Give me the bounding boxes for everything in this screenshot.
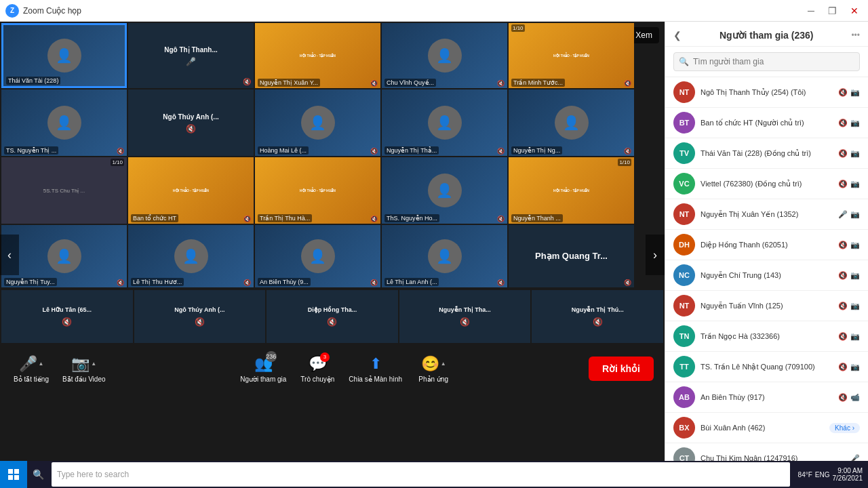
video-button[interactable]: 📷 ▲ Bắt đầu Video — [62, 355, 106, 383]
video-cell-nguyen-thi-ng: 👤 Nguyễn Thị Ng... 🔇 — [509, 89, 634, 156]
video-area: ⊞ Xem ‹ 👤 Thái Văn Tài (228) Ngô Thị Tha… — [0, 22, 665, 488]
avatar-chu-vinh: 👤 — [428, 39, 462, 73]
video-cell-ths-nguyen-ho: 👤 ThS. Nguyễn Ho... 🔇 — [382, 157, 507, 224]
participant-name: Nguyễn Thị Xuân Yến (1352) — [701, 210, 833, 219]
clock: 9:00 AM 7/26/2021 — [833, 467, 863, 482]
list-item[interactable]: TT TS. Trần Lê Nhật Quang (709100) 🔇 📷 — [665, 352, 868, 382]
cell-label-5s-ts: 5S.TS Chu Thị ... — [41, 188, 87, 194]
avatar-an-bien-thuy: 👤 — [301, 239, 335, 273]
svg-rect-2 — [8, 475, 13, 480]
participant-name: Diệp Hồng Thanh (62051) — [701, 241, 833, 249]
avatar-le-thu-huo: 👤 — [174, 239, 208, 273]
cell-name-nguyen-thi-ng: Nguyễn Thị Ng... — [511, 146, 562, 155]
mute-caret: ▲ — [39, 361, 44, 367]
pres-title-ban: HỘI THẢO - TẬP HUẤN — [173, 188, 209, 192]
participant-name: Nguyễn Chí Trung (143) — [701, 271, 833, 280]
participant-name: TS. Trần Lê Nhật Quang (709100) — [701, 363, 833, 371]
mute-chu-vinh: 🔇 — [497, 80, 505, 87]
chat-button[interactable]: 💬 3 Trò chuyện — [297, 355, 338, 383]
video-icon-wrap: 📷 ▲ — [71, 355, 96, 373]
cell-name-pham-quang: Phạm Quang Tr... — [532, 251, 610, 262]
list-item[interactable]: NC Nguyễn Chí Trung (143) 🔇 📷 — [665, 260, 868, 291]
video-row-2: 👤 TS. Nguyễn Thị ... 🔇 Ngô Thúy Anh (...… — [0, 89, 665, 156]
list-item[interactable]: TV Thái Văn Tài (228) (Đồng chủ trì) 🔇 📷 — [665, 138, 868, 169]
participants-panel: ❮ Người tham gia (236) ••• 🔍 NT Ngô Thị … — [665, 22, 868, 488]
mute-ban: 🔇 — [243, 216, 251, 222]
time-display: 9:00 AM — [837, 467, 863, 474]
list-item[interactable]: NT Nguyễn Thị Xuân Yến (1352) 🎤 📷 — [665, 199, 868, 230]
panel-options[interactable]: ••• — [851, 30, 860, 40]
participant-icons: 🔇 📷 — [838, 241, 860, 249]
nav-next-button[interactable]: › — [646, 235, 665, 275]
nav-prev-button[interactable]: ‹ — [0, 235, 19, 275]
list-item[interactable]: DH Diệp Hồng Thanh (62051) 🔇 📷 — [665, 230, 868, 260]
title-bar-controls[interactable]: ─ ❐ ✕ — [804, 4, 863, 18]
list-item[interactable]: BT Ban tổ chức HT (Người chủ trì) 🔇 📷 — [665, 108, 868, 138]
list-item[interactable]: NT Nguyễn Tuấn Vĩnh (125) 🔇 📷 — [665, 291, 868, 321]
share-button[interactable]: ⬆ Chia sẻ Màn hình — [349, 355, 402, 383]
avatar: NT — [673, 203, 695, 225]
search-button-taskbar[interactable]: 🔍 — [27, 461, 49, 488]
start-button[interactable] — [0, 461, 27, 488]
list-item[interactable]: AB An Biên Thùy (917) 🔇 📹 — [665, 382, 868, 413]
list-item[interactable]: VC Viettel (762380) (Đồng chủ trì) 🔇 📷 — [665, 169, 868, 199]
main-layout: ⊞ Xem ‹ 👤 Thái Văn Tài (228) Ngô Thị Tha… — [0, 22, 868, 488]
avatar-nguyen-tuy: 👤 — [47, 239, 81, 273]
maximize-button[interactable]: ❐ — [824, 4, 841, 18]
other-button[interactable]: Khác › — [829, 423, 860, 433]
mute-le-thu-huo: 🔇 — [243, 279, 251, 286]
reactions-icon-wrap: 😊 ▲ — [421, 355, 446, 373]
video-cell-le-thi-thu-huo: 👤 Lê Thị Thu Hươ... 🔇 — [128, 225, 254, 287]
avatar: DH — [673, 234, 695, 256]
taskbar-search-placeholder: Type here to search — [57, 470, 129, 479]
video-cell-tran-minh-tuoc: HỘI THẢO - TẬP HUẤN Trần Minh Tước... 1/… — [509, 23, 634, 88]
mute-hoang-mai: 🔇 — [370, 148, 378, 155]
avatar-hoang-mai: 👤 — [301, 106, 335, 140]
participants-button[interactable]: 👥 236 Người tham gia — [240, 355, 286, 383]
mute-le-lan: 🔇 — [497, 279, 505, 286]
title-bar-left: Z Zoom Cuộc họp — [5, 4, 81, 18]
taskbar-search[interactable]: Type here to search — [52, 462, 790, 487]
bottom-mute-diep-hong: 🔇 — [327, 317, 337, 327]
toolbar-center: 👥 236 Người tham gia 💬 3 Trò chuyện — [240, 355, 454, 383]
cell-name-an-bien-thuy: An Biên Thùy (9... — [258, 278, 311, 286]
panel-header: ❮ Người tham gia (236) ••• — [665, 22, 868, 47]
mute-nguyen-tha: 🔇 — [497, 148, 505, 155]
bottom-name-diep-hong: Diệp Hồng Tha... — [307, 306, 359, 314]
leave-button[interactable]: Rời khỏi — [589, 357, 654, 381]
date-display: 7/26/2021 — [833, 474, 863, 482]
video-label: Bắt đầu Video — [62, 375, 106, 383]
cell-name-nguyen-tuy: Nguyễn Thị Tuy... — [4, 278, 57, 286]
mute-nguyen-xuan: 🔇 — [370, 80, 378, 87]
mute-icon-participant: 🔇 — [838, 271, 848, 280]
bottom-name-nguyen-thu: Nguyễn Thị Thú... — [570, 306, 625, 314]
avatar: BX — [673, 417, 695, 439]
svg-rect-0 — [8, 469, 13, 474]
bottom-cell-nguyen-thi-thu: Nguyễn Thị Thú... 🔇 — [532, 290, 663, 343]
mute-label: Bỏ tắt tiếng — [14, 375, 49, 383]
participants-icon-wrap: 👥 236 — [254, 355, 273, 373]
avatar: NT — [673, 81, 695, 103]
cell-name-ts-nguyen: TS. Nguyễn Thị ... — [4, 146, 58, 155]
avatar-ts-nguyen: 👤 — [47, 106, 81, 140]
video-cell-ngo-thuy-anh: Ngô Thúy Anh (... 🔇 — [128, 89, 254, 156]
page-nguyen-thanh: 1/10 — [618, 159, 631, 166]
camera-icon-participant: 📷 — [850, 210, 860, 219]
panel-collapse-button[interactable]: ❮ — [673, 30, 682, 41]
participant-search-input[interactable] — [673, 52, 860, 71]
avatar: TT — [673, 356, 695, 378]
avatar-nguyen-thi-tha: 👤 — [428, 106, 462, 140]
video-cell-ngo-thi-thanh: Ngô Thị Thanh... 🎤 🔇 — [128, 23, 254, 88]
list-item[interactable]: TN Trần Ngọc Hà (332366) 🔇 📷 — [665, 321, 868, 352]
list-item[interactable]: BX Bùi Xuân Anh (462) Khác › — [665, 413, 868, 443]
avatar: BT — [673, 112, 695, 134]
list-item[interactable]: NT Ngô Thị Thanh Thủy (254) (Tôi) 🔇 📷 — [665, 77, 868, 108]
close-button[interactable]: ✕ — [846, 4, 863, 18]
mute-button[interactable]: 🎤 ▲ Bỏ tắt tiếng — [11, 355, 52, 383]
reactions-button[interactable]: 😊 ▲ Phản ứng — [413, 355, 454, 383]
video-area-inner: ⊞ Xem ‹ 👤 Thái Văn Tài (228) Ngô Thị Tha… — [0, 22, 665, 488]
mute-nguyen-tuy: 🔇 — [117, 279, 124, 286]
minimize-button[interactable]: ─ — [804, 4, 818, 18]
participant-name: Trần Ngọc Hà (332366) — [701, 332, 833, 341]
pres-title-tran-thu: HỘI THẢO - TẬP HUẤN — [300, 188, 336, 192]
